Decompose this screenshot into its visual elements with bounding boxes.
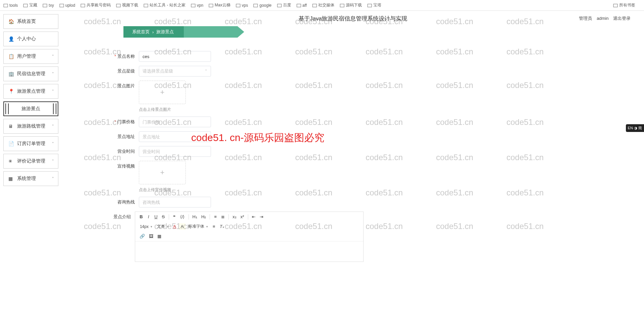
ul-button[interactable]: ≣ (219, 213, 226, 220)
sidebar-item[interactable]: ▦系统管理˅ (3, 171, 58, 186)
bookmark-item[interactable]: uplod (59, 2, 75, 8)
sidebar-item[interactable]: ✳评价记录管理˅ (3, 154, 58, 169)
breadcrumb: 系统首页 › 旅游景点 (123, 26, 644, 38)
image-button[interactable]: 🖼 (147, 233, 155, 240)
align-button[interactable]: ≡ (211, 223, 217, 230)
chevron-down-icon: ˅ (52, 124, 54, 129)
level-select[interactable]: 请选择景点星级 ˅ (139, 66, 211, 77)
svg-rect-14 (340, 4, 344, 7)
phone-input[interactable] (139, 197, 211, 207)
image-hint: 点击上传景点图片 (139, 107, 186, 112)
plus-icon: + (160, 168, 165, 177)
editor-body[interactable] (135, 241, 363, 262)
menu-icon: 🖥 (8, 124, 14, 129)
chevron-down-icon: ˅ (52, 142, 54, 146)
page-title: 基于Java旅游民宿信息管理系统设计与实现 (299, 15, 408, 22)
menu-icon: 🏠 (8, 19, 14, 24)
folder-icon (3, 3, 8, 8)
sidebar-item[interactable]: 📋用户管理˅ (3, 49, 58, 64)
hours-label: 营业时间 (95, 146, 139, 157)
h1-button[interactable]: H₁ (191, 213, 199, 220)
rich-editor: B I U S ❝ ⟨/⟩ H₁ H₂ ≡ ≣ x₂ (135, 212, 364, 262)
svg-rect-3 (60, 4, 64, 7)
folder-icon (236, 3, 240, 8)
svg-rect-7 (191, 4, 195, 7)
menu-icon: ✳ (8, 158, 14, 164)
strike-button[interactable]: S (160, 213, 167, 220)
sidebar-item[interactable]: 👤个人中心 (3, 32, 58, 46)
chevron-down-icon: ˅ (52, 54, 54, 59)
svg-rect-16 (613, 4, 618, 7)
sub-button[interactable]: x₂ (231, 213, 238, 220)
page-header: 基于Java旅游民宿信息管理系统设计与实现 管理员 admin 退出登录 (62, 11, 644, 26)
video-label: 宣传视频 (95, 161, 139, 172)
sidebar-item[interactable]: 📄订房订单管理˅ (3, 136, 58, 151)
name-label: 景点名称 (95, 51, 139, 62)
sidebar-item[interactable]: 📍旅游景点管理˅ (3, 84, 58, 99)
address-input[interactable] (139, 131, 211, 142)
address-label: 景点地址 (95, 131, 139, 142)
logout-link[interactable]: 退出登录 (613, 16, 631, 21)
breadcrumb-current: 旅游景点 (156, 29, 174, 35)
link-button[interactable]: 🔗 (138, 233, 147, 240)
menu-icon: 👤 (8, 36, 14, 42)
bookmark-item[interactable]: vps (236, 2, 248, 8)
bold-button[interactable]: B (138, 213, 145, 220)
bookmark-item[interactable]: 宝塔 (367, 2, 381, 8)
chevron-down-icon: ˅ (52, 72, 54, 76)
folder-icon (209, 3, 213, 8)
bookmark-all[interactable]: 所有书签 (613, 2, 635, 8)
sidebar-item[interactable]: 🏢民宿信息管理˅ (3, 66, 58, 81)
bookmark-item[interactable]: 源码下载 (340, 2, 362, 8)
italic-button[interactable]: I (145, 213, 152, 220)
breadcrumb-root[interactable]: 系统首页 (132, 29, 150, 35)
bookmark-item[interactable]: vpn (191, 2, 203, 8)
bookmark-item[interactable]: aff (297, 2, 307, 8)
underline-button[interactable]: U (153, 213, 159, 220)
clear-format-button[interactable]: Tₓ (218, 223, 226, 230)
sidebar-item[interactable]: 旅游景点 (3, 101, 58, 116)
sidebar-item[interactable]: 🖥旅游路线管理˅ (3, 119, 58, 134)
indent-button[interactable]: ⇤ (250, 213, 257, 220)
quote-button[interactable]: ❝ (171, 213, 178, 220)
folder-icon (253, 3, 258, 8)
bookmark-item[interactable]: tools (3, 2, 18, 8)
bookmark-item[interactable]: 社交媒体 (312, 2, 334, 8)
outdent-button[interactable]: ⇥ (258, 213, 265, 220)
ime-indicator[interactable]: EN ◑ 简 (626, 124, 644, 132)
bookmark-item[interactable]: 视频下载 (116, 2, 138, 8)
fontfamily-select[interactable]: 标准字体 (186, 223, 210, 230)
folder-icon (59, 3, 64, 8)
video-upload[interactable]: + (139, 161, 186, 184)
bookmark-item[interactable]: txy (43, 2, 54, 8)
user-name: admin (597, 16, 608, 21)
folder-icon (191, 3, 196, 8)
image-upload[interactable]: + (139, 81, 186, 104)
phone-label: 咨询热线 (95, 197, 139, 207)
video-button[interactable]: ▦ (156, 233, 163, 240)
bookmark-bar: tools宝藏txyuplod共享账号密码视频下载站长工具 - 站长之家vpnM… (0, 0, 644, 11)
bookmark-item[interactable]: google (253, 2, 271, 8)
price-input[interactable] (139, 117, 211, 127)
bg-color-button[interactable]: A (179, 223, 185, 230)
folder-icon (297, 3, 301, 8)
sidebar: 🏠系统首页👤个人中心📋用户管理˅🏢民宿信息管理˅📍旅游景点管理˅旅游景点🖥旅游路… (0, 11, 62, 323)
bookmark-item[interactable]: 共享账号密码 (80, 2, 111, 8)
ol-button[interactable]: ≡ (212, 213, 219, 220)
code-button[interactable]: ⟨/⟩ (178, 213, 186, 220)
folder-icon (312, 3, 317, 8)
fontsize-select[interactable]: 14px (138, 224, 154, 230)
sup-button[interactable]: x² (239, 213, 246, 220)
text-color-button[interactable]: A (171, 223, 178, 230)
hours-input[interactable] (139, 146, 211, 157)
paragraph-select[interactable]: 文本 (155, 223, 171, 230)
chevron-down-icon: ˅ (205, 69, 207, 74)
name-input[interactable] (139, 51, 211, 62)
sidebar-item[interactable]: 🏠系统首页 (3, 14, 58, 29)
h2-button[interactable]: H₂ (200, 213, 208, 220)
bookmark-item[interactable]: 站长工具 - 站长之家 (144, 2, 185, 8)
bookmark-item[interactable]: 百度 (277, 2, 291, 8)
bookmark-item[interactable]: Max云梯 (209, 2, 230, 8)
svg-rect-13 (313, 4, 317, 7)
bookmark-item[interactable]: 宝藏 (23, 2, 37, 8)
